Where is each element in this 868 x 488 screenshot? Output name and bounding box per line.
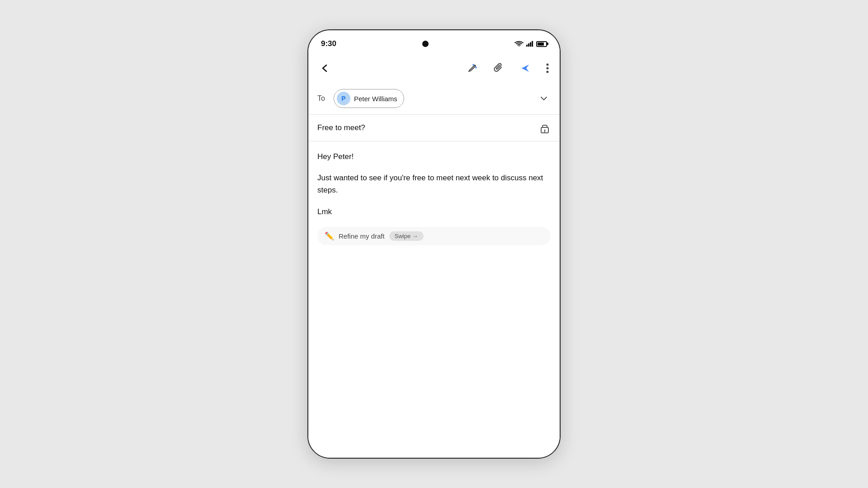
send-button[interactable] xyxy=(517,60,533,76)
lock-icon[interactable] xyxy=(539,122,551,134)
to-label: To xyxy=(317,94,328,103)
swipe-badge: Swipe → xyxy=(389,231,424,241)
status-bar: 9:30 xyxy=(308,30,560,54)
ai-suggestion-label: Refine my draft xyxy=(339,232,385,240)
toolbar xyxy=(308,54,560,83)
compose-area: To P Peter Williams Free to meet? xyxy=(308,83,560,458)
body-line-1: Hey Peter! xyxy=(317,150,551,163)
swipe-text: Swipe → xyxy=(395,233,418,239)
recipient-chip[interactable]: P Peter Williams xyxy=(334,89,404,108)
svg-rect-2 xyxy=(530,42,531,47)
attach-button[interactable] xyxy=(491,61,506,76)
back-button[interactable] xyxy=(317,61,333,76)
subject-text[interactable]: Free to meet? xyxy=(317,123,534,132)
status-icons xyxy=(514,41,547,47)
svg-point-8 xyxy=(547,64,549,66)
more-button[interactable] xyxy=(544,61,551,76)
recipient-avatar: P xyxy=(337,92,350,105)
expand-recipients-button[interactable] xyxy=(537,92,551,105)
recipient-name: Peter Williams xyxy=(354,95,397,103)
phone-frame: 9:30 xyxy=(307,29,561,459)
svg-rect-1 xyxy=(528,43,529,47)
ai-pencil-icon: ✏️ xyxy=(325,231,334,241)
body-area[interactable]: Hey Peter! Just wanted to see if you're … xyxy=(308,141,560,458)
svg-rect-3 xyxy=(532,41,533,47)
edit-button[interactable] xyxy=(465,61,480,76)
body-text: Hey Peter! Just wanted to see if you're … xyxy=(317,150,551,218)
ai-suggestion-bar[interactable]: ✏️ Refine my draft Swipe → xyxy=(317,227,551,245)
subject-field: Free to meet? xyxy=(308,115,560,141)
svg-point-10 xyxy=(547,71,549,73)
body-line-2: Just wanted to see if you're free to mee… xyxy=(317,172,551,196)
to-field: To P Peter Williams xyxy=(308,83,560,115)
battery-icon xyxy=(536,41,547,47)
svg-rect-0 xyxy=(526,45,528,47)
status-time: 9:30 xyxy=(321,39,336,48)
camera-dot xyxy=(422,41,429,47)
wifi-icon xyxy=(514,41,524,47)
body-line-3: Lmk xyxy=(317,206,551,218)
svg-point-9 xyxy=(547,67,549,70)
signal-icon xyxy=(526,41,533,47)
